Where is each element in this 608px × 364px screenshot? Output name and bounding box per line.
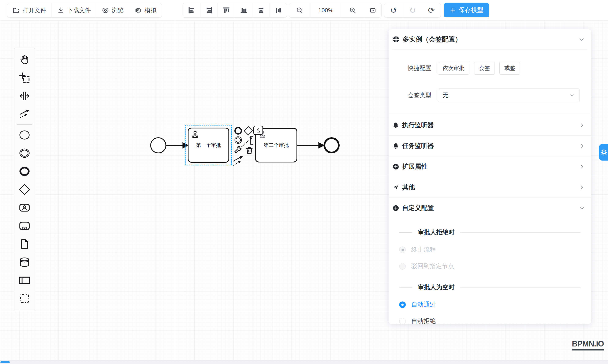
delete-trash-icon[interactable]	[245, 145, 254, 156]
simulate-button[interactable]: 模拟	[129, 3, 162, 17]
chevron-down-icon[interactable]	[578, 36, 585, 42]
bpmn-io-logo[interactable]: BPMN.iO	[572, 340, 604, 351]
quick-config-label: 快捷配置	[408, 64, 431, 72]
radio-auto-reject[interactable]: 自动拒绝	[389, 313, 591, 324]
cpu-chip-icon	[134, 7, 142, 14]
settings-tab[interactable]	[599, 144, 608, 161]
radio-icon	[399, 247, 406, 253]
download-icon	[57, 7, 65, 14]
reset-button[interactable]: ⟳	[422, 3, 441, 17]
radio-label: 自动通过	[411, 300, 436, 309]
multi-instance-icon	[392, 36, 400, 43]
sign-type-select[interactable]: 无	[438, 89, 580, 102]
append-user-task-icon[interactable]	[253, 126, 263, 135]
save-model-button[interactable]: 保存模型	[444, 3, 489, 17]
gateway-icon	[19, 183, 30, 195]
radio-auto-pass[interactable]: 自动通过	[389, 296, 591, 313]
shape-palette	[14, 48, 35, 310]
quick-option-countersign[interactable]: 会签	[474, 62, 495, 75]
create-intermediate-event[interactable]	[14, 144, 35, 162]
participant-pool-icon	[19, 274, 30, 286]
horizontal-scrollbar[interactable]	[0, 360, 608, 364]
quick-config-row: 快捷配置 依次审批 会签 或签	[389, 62, 591, 75]
section-extension-properties[interactable]: 扩展属性	[389, 156, 591, 177]
group-header-reject: 审批人拒绝时	[389, 228, 591, 237]
align-left-icon	[188, 7, 195, 14]
start-event-shape[interactable]	[150, 137, 166, 153]
subprocess-icon	[19, 220, 30, 232]
create-data-store[interactable]	[14, 253, 35, 271]
panel-header[interactable]: 多实例（会签配置）	[389, 29, 591, 49]
create-end-event[interactable]	[14, 162, 35, 181]
redo-button[interactable]: ↻	[403, 3, 422, 17]
hand-tool[interactable]	[14, 51, 35, 69]
quick-option-sequential[interactable]: 依次审批	[438, 62, 469, 75]
user-task-icon	[19, 202, 30, 214]
open-file-button[interactable]: 打开文件	[7, 3, 52, 17]
zoom-button-group: 100%	[289, 3, 382, 17]
append-gateway-icon[interactable]	[243, 126, 253, 136]
fit-viewport-button[interactable]	[364, 3, 382, 17]
bell-icon	[392, 122, 399, 129]
section-execution-listener[interactable]: 执行监听器	[389, 115, 591, 136]
radio-label: 自动拒绝	[411, 317, 436, 324]
zoom-out-button[interactable]	[289, 3, 310, 17]
reset-icon: ⟳	[428, 6, 435, 14]
align-left-button[interactable]	[183, 3, 200, 17]
align-top-button[interactable]	[217, 3, 235, 17]
gear-icon	[600, 149, 608, 156]
palette-separator	[17, 124, 32, 125]
download-file-button[interactable]: 下载文件	[52, 3, 96, 17]
section-label: 执行监听器	[402, 121, 576, 130]
section-task-listener[interactable]: 任务监听器	[389, 136, 591, 156]
undo-button[interactable]: ↺	[384, 3, 403, 17]
lasso-tool[interactable]	[14, 69, 35, 87]
align-bottom-button[interactable]	[235, 3, 252, 17]
global-connect-icon[interactable]	[232, 155, 244, 168]
scrollbar-thumb[interactable]	[0, 361, 10, 363]
zoom-out-icon	[296, 7, 304, 14]
align-top-icon	[223, 7, 230, 14]
align-right-button[interactable]	[200, 3, 217, 17]
section-custom-config[interactable]: 自定义配置	[389, 198, 591, 218]
create-subprocess[interactable]	[14, 217, 35, 235]
radio-label: 驳回到指定节点	[411, 262, 454, 270]
create-data-object[interactable]	[14, 235, 35, 253]
zoom-in-icon	[349, 7, 357, 14]
hand-icon	[19, 54, 30, 65]
create-start-event[interactable]	[14, 126, 35, 144]
create-gateway[interactable]	[14, 181, 35, 199]
global-connect-tool[interactable]	[14, 105, 35, 123]
preview-button[interactable]: 浏览	[96, 3, 129, 17]
intermediate-event-icon	[19, 147, 30, 159]
align-center-horizontal-button[interactable]	[252, 3, 269, 17]
user-task-first[interactable]: 第一个审批	[188, 128, 229, 163]
align-center-vertical-icon	[275, 7, 282, 14]
align-center-vertical-button[interactable]	[269, 3, 287, 17]
quick-option-orsign[interactable]: 或签	[499, 62, 520, 75]
radio-icon	[399, 263, 406, 270]
align-button-group	[183, 3, 287, 17]
change-type-wrench-icon[interactable]	[233, 146, 242, 156]
radio-return-to-node[interactable]: 驳回到指定节点	[389, 258, 591, 274]
end-event-shape[interactable]	[324, 137, 340, 153]
space-tool[interactable]	[14, 87, 35, 105]
section-label: 任务监听器	[402, 142, 576, 150]
create-group[interactable]	[14, 289, 35, 308]
append-end-event-icon[interactable]	[234, 126, 243, 136]
section-other[interactable]: 其他	[389, 177, 591, 198]
radio-terminate-process[interactable]: 终止流程	[389, 241, 591, 258]
radio-icon	[399, 301, 406, 308]
file-button-group: 打开文件 下载文件 浏览	[7, 3, 162, 17]
divider	[460, 232, 581, 233]
create-user-task[interactable]	[14, 199, 35, 217]
save-label: 保存模型	[459, 6, 483, 14]
chevron-right-icon	[579, 184, 585, 190]
top-toolbar: 打开文件 下载文件 浏览	[0, 0, 608, 21]
chevron-down-icon	[579, 205, 585, 211]
chevron-right-icon	[579, 164, 585, 170]
zoom-in-button[interactable]	[341, 3, 364, 17]
zoom-level[interactable]: 100%	[310, 3, 341, 17]
align-bottom-icon	[240, 7, 248, 14]
create-participant[interactable]	[14, 271, 35, 289]
